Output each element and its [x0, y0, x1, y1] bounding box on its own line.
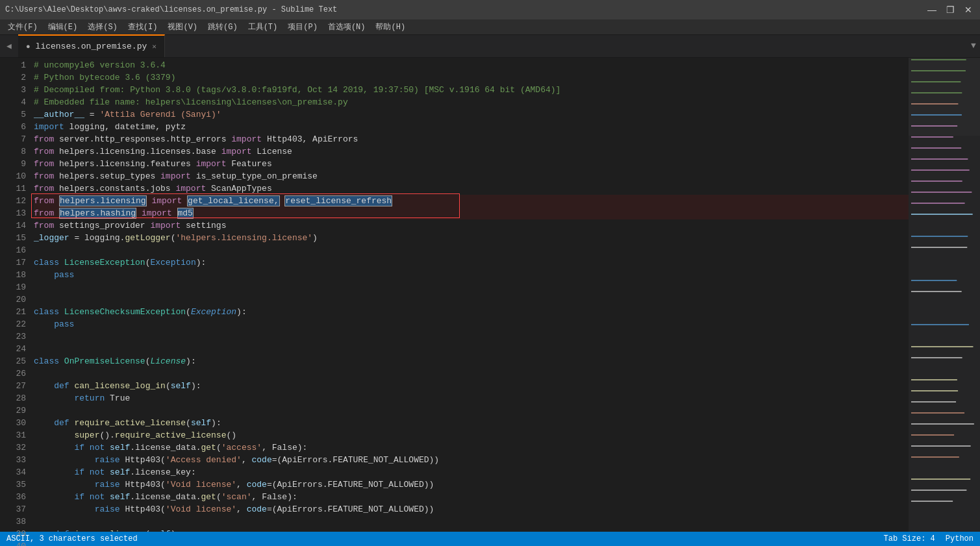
menu-goto[interactable]: 跳转(G) — [203, 19, 243, 34]
code-line-29 — [34, 404, 909, 417]
code-line-27: def can_license_log_in(self): — [34, 380, 909, 392]
tab-dropdown[interactable]: ▼ — [967, 34, 980, 57]
code-line-11: from helpers.constants.jobs import ScanA… — [34, 182, 909, 195]
menu-help[interactable]: 帮助(H) — [370, 19, 410, 34]
menu-file[interactable]: 文件(F) — [3, 19, 43, 34]
tab-scroll-left[interactable]: ◀ — [0, 34, 18, 57]
menu-edit[interactable]: 编辑(E) — [43, 19, 83, 34]
code-line-12: from helpers.licensing import get_local_… — [34, 195, 909, 207]
code-line-32: if not self.license_data.get('access', F… — [34, 441, 909, 454]
code-line-21: class LicenseChecksumException(Exception… — [34, 306, 909, 318]
code-line-23 — [34, 330, 909, 343]
status-language[interactable]: Python — [946, 534, 974, 543]
code-line-17: class LicenseException(Exception): — [34, 256, 909, 269]
code-line-16 — [34, 244, 909, 256]
menu-select[interactable]: 选择(S) — [82, 19, 123, 34]
code-line-6: import logging, datetime, pytz — [34, 121, 909, 133]
tab-icon: ● — [26, 43, 31, 51]
code-editor[interactable]: # uncompyle6 version 3.6.4 # Python byte… — [31, 58, 909, 532]
code-line-39: def is_poc_license(self): — [34, 528, 909, 532]
code-line-30: def require_active_license(self): — [34, 417, 909, 429]
menu-view[interactable]: 视图(V) — [162, 19, 203, 34]
code-line-37: raise Http403('Void license', code=(ApiE… — [34, 503, 909, 515]
status-left: ASCII, 3 characters selected — [6, 534, 138, 543]
minimize-button[interactable]: — — [925, 3, 938, 16]
code-line-18: pass — [34, 269, 909, 281]
title-text: C:\Users\Alee\Desktop\awvs-craked\licens… — [5, 5, 337, 14]
code-line-3: # Decompiled from: Python 3.8.0 (tags/v3… — [34, 84, 909, 96]
code-line-13: from helpers.hashing import md5 — [34, 207, 909, 219]
editor-container: 1 2 3 4 5 6 7 8 9 10 11 12 13 14 15 16 1… — [0, 58, 980, 532]
code-line-14: from settings_provider import settings — [34, 219, 909, 232]
code-line-2: # Python bytecode 3.6 (3379) — [34, 71, 909, 84]
code-line-22: pass — [34, 318, 909, 330]
status-right: Tab Size: 4 Python — [884, 534, 974, 543]
tab-close-button[interactable]: ✕ — [152, 42, 157, 51]
status-selection: ASCII, 3 characters selected — [6, 534, 138, 543]
status-bar: ASCII, 3 characters selected Tab Size: 4… — [0, 532, 980, 546]
code-line-4: # Embedded file name: helpers\licensing\… — [34, 96, 909, 108]
code-line-7: from server.http_responses.http_errors i… — [34, 133, 909, 145]
menu-preferences[interactable]: 首选项(N) — [323, 19, 371, 34]
code-line-20 — [34, 293, 909, 306]
maximize-button[interactable]: ❐ — [944, 3, 957, 16]
minimap — [909, 58, 980, 532]
menu-tools[interactable]: 工具(T) — [243, 19, 283, 34]
code-line-19 — [34, 281, 909, 293]
code-line-8: from helpers.licensing.licenses.base imp… — [34, 145, 909, 158]
code-line-9: from helpers.licensing.features import F… — [34, 158, 909, 170]
code-line-24 — [34, 343, 909, 355]
code-line-31: super().require_active_license() — [34, 429, 909, 441]
tab-bar: ◀ ● licenses.on_premise.py ✕ ▼ — [0, 35, 980, 58]
window-controls: — ❐ ✕ — [925, 3, 975, 16]
code-line-33: raise Http403('Access denied', code=(Api… — [34, 454, 909, 466]
status-tab-size[interactable]: Tab Size: 4 — [884, 534, 935, 543]
code-line-10: from helpers.setup_types import is_setup… — [34, 170, 909, 182]
menu-find[interactable]: 查找(I) — [123, 19, 163, 34]
code-line-1: # uncompyle6 version 3.6.4 — [34, 59, 909, 71]
code-line-15: _logger = logging.getLogger('helpers.lic… — [34, 232, 909, 244]
title-bar: C:\Users\Alee\Desktop\awvs-craked\licens… — [0, 0, 980, 19]
code-line-35: raise Http403('Void license', code=(ApiE… — [34, 478, 909, 491]
menu-project[interactable]: 项目(P) — [283, 19, 323, 34]
code-line-38 — [34, 515, 909, 528]
close-button[interactable]: ✕ — [962, 3, 975, 16]
code-line-34: if not self.license_key: — [34, 466, 909, 478]
tab-licenses-on-premise[interactable]: ● licenses.on_premise.py ✕ — [18, 34, 165, 57]
menu-bar: 文件(F) 编辑(E) 选择(S) 查找(I) 视图(V) 跳转(G) 工具(T… — [0, 19, 980, 35]
code-line-5: __author__ = 'Attila Gerendi (Sanyi)' — [34, 108, 909, 121]
line-numbers: 1 2 3 4 5 6 7 8 9 10 11 12 13 14 15 16 1… — [0, 58, 31, 532]
code-line-26 — [34, 367, 909, 380]
tab-label: licenses.on_premise.py — [36, 42, 147, 51]
code-line-25: class OnPremiseLicense(License): — [34, 355, 909, 367]
code-line-28: return True — [34, 392, 909, 404]
code-line-36: if not self.license_data.get('scan', Fal… — [34, 491, 909, 503]
